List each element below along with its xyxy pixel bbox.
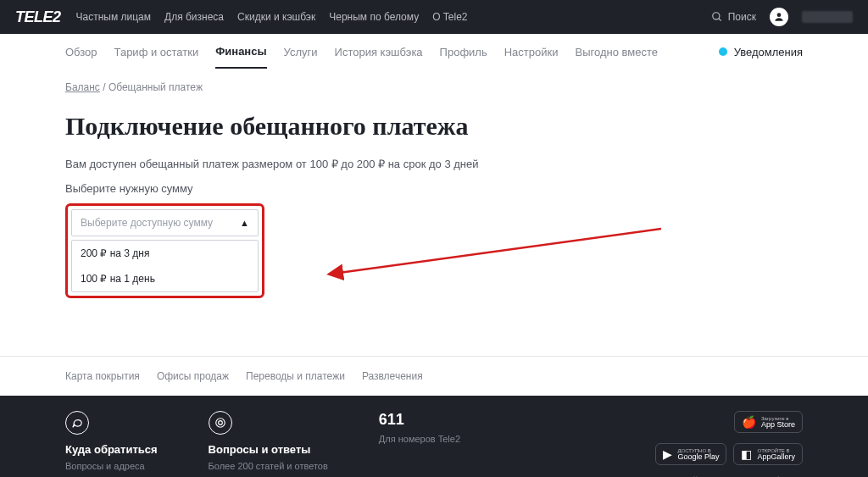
faq-sub: Более 200 статей и ответов	[209, 461, 328, 471]
top-nav-private[interactable]: Частным лицам	[76, 11, 152, 23]
badge-appgallery[interactable]: ◧ ОТКРОЙТЕ ВAppGallery	[733, 443, 803, 465]
top-header: TELE2 Частным лицам Для бизнеса Скидки и…	[0, 0, 868, 34]
footer-links-bar: Карта покрытия Офисы продаж Переводы и п…	[0, 356, 868, 396]
annotation-arrow	[322, 222, 678, 298]
footer-link-offices[interactable]: Офисы продаж	[157, 370, 229, 382]
dropdown-option-100[interactable]: 100 ₽ на 1 день	[72, 266, 258, 291]
content-wrap: Баланс / Обещанный платеж Подключение об…	[0, 69, 868, 324]
dark-footer-inner: Куда обратиться Вопросы и адреса Вопросы…	[65, 411, 803, 477]
footer-col-apps: 🍎 Загрузите вApp Store ▶ ДОСТУПНО ВGoogl…	[617, 411, 803, 477]
faq-title: Вопросы и ответы	[209, 443, 328, 456]
footer-col-contact: Куда обратиться Вопросы и адреса	[65, 411, 158, 477]
svg-line-3	[339, 229, 661, 273]
logo[interactable]: TELE2	[15, 8, 61, 26]
footer-link-entertainment[interactable]: Развлечения	[362, 370, 423, 382]
top-nav-blog[interactable]: Черным по белому	[329, 11, 419, 23]
tab-together[interactable]: Выгодно вместе	[575, 36, 658, 68]
tab-overview[interactable]: Обзор	[65, 36, 97, 68]
chat-icon	[65, 411, 89, 435]
tab-profile[interactable]: Профиль	[440, 36, 487, 68]
svg-point-5	[218, 421, 222, 425]
footer-columns: Куда обратиться Вопросы и адреса Вопросы…	[65, 411, 803, 477]
footer-col-phone: 611 Для номеров Tele2	[379, 411, 460, 477]
sub-nav: Обзор Тариф и остатки Финансы Услуги Ист…	[65, 34, 803, 69]
select-placeholder: Выберите доступную сумму	[81, 217, 213, 229]
tab-cashback-history[interactable]: История кэшбэка	[335, 36, 423, 68]
notifications-label: Уведомления	[734, 46, 803, 58]
top-nav: Частным лицам Для бизнеса Скидки и кэшбэ…	[76, 11, 468, 23]
svg-line-1	[718, 19, 721, 21]
tab-services[interactable]: Услуги	[284, 36, 318, 68]
user-icon	[773, 11, 785, 23]
dark-footer: Куда обратиться Вопросы и адреса Вопросы…	[0, 396, 868, 477]
tab-finance[interactable]: Финансы	[215, 36, 266, 69]
lifebuoy-icon	[209, 411, 232, 435]
badge-appstore[interactable]: 🍎 Загрузите вApp Store	[734, 411, 803, 433]
top-header-right: Поиск	[711, 8, 853, 26]
store-badges-row2: ▶ ДОСТУПНО ВGoogle Play ◧ ОТКРОЙТЕ ВAppG…	[655, 443, 803, 465]
amount-dropdown: 200 ₽ на 3 дня 100 ₽ на 1 день	[71, 240, 259, 292]
search-icon	[711, 11, 723, 23]
tab-tariff[interactable]: Тариф и остатки	[114, 36, 199, 68]
dropdown-option-200[interactable]: 200 ₽ на 3 дня	[72, 241, 258, 266]
account-name-blurred	[802, 11, 853, 23]
select-highlight-box: Выберите доступную сумму ▲ 200 ₽ на 3 дн…	[65, 203, 264, 298]
breadcrumb: Баланс / Обещанный платеж	[65, 81, 803, 93]
top-nav-about[interactable]: О Tele2	[432, 11, 467, 23]
contact-title: Куда обратиться	[65, 443, 158, 456]
phone-sub: Для номеров Tele2	[379, 434, 460, 444]
content: Баланс / Обещанный платеж Подключение об…	[65, 69, 803, 324]
play-icon: ▶	[663, 447, 672, 461]
svg-point-2	[777, 13, 782, 17]
tab-settings[interactable]: Настройки	[504, 36, 559, 68]
apple-icon: 🍎	[742, 415, 756, 429]
contact-sub: Вопросы и адреса	[65, 461, 158, 471]
breadcrumb-link-balance[interactable]: Баланс	[65, 81, 100, 93]
breadcrumb-current: Обещанный платеж	[108, 81, 203, 93]
notifications-button[interactable]: Уведомления	[719, 46, 803, 58]
notification-dot-icon	[719, 47, 727, 56]
page-description: Вам доступен обещанный платеж размером о…	[65, 158, 803, 170]
search-label: Поиск	[728, 11, 756, 23]
footer-links-inner: Карта покрытия Офисы продаж Переводы и п…	[65, 370, 803, 382]
appgallery-icon: ◧	[741, 447, 752, 461]
search-button[interactable]: Поиск	[711, 11, 756, 23]
footer-link-payments[interactable]: Переводы и платежи	[246, 370, 345, 382]
top-nav-business[interactable]: Для бизнеса	[164, 11, 224, 23]
footer-link-coverage[interactable]: Карта покрытия	[65, 370, 140, 382]
amount-select[interactable]: Выберите доступную сумму ▲	[71, 209, 259, 236]
avatar[interactable]	[770, 8, 788, 26]
store-badges-row1: 🍎 Загрузите вApp Store	[734, 411, 803, 433]
select-label: Выберите нужную сумму	[65, 182, 803, 195]
chevron-up-icon: ▲	[240, 218, 249, 228]
svg-point-0	[712, 13, 719, 19]
footer-col-faq: Вопросы и ответы Более 200 статей и отве…	[209, 411, 328, 477]
phone-number: 611	[379, 411, 460, 429]
sub-nav-wrap: Обзор Тариф и остатки Финансы Услуги Ист…	[0, 34, 868, 69]
svg-point-4	[215, 419, 225, 428]
badge-googleplay[interactable]: ▶ ДОСТУПНО ВGoogle Play	[655, 443, 726, 465]
page-title: Подключение обещанного платежа	[65, 112, 803, 141]
top-nav-cashback[interactable]: Скидки и кэшбэк	[237, 11, 315, 23]
